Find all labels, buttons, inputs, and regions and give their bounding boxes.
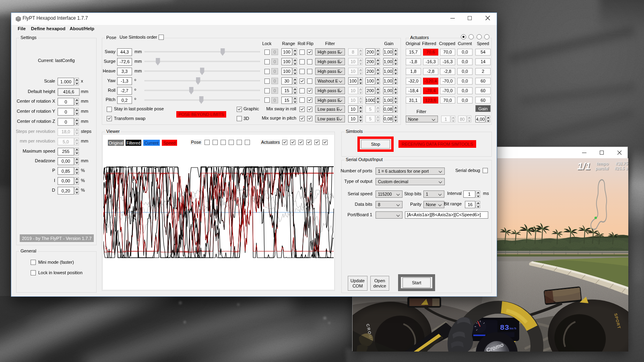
- svg-text:83: 83: [500, 323, 509, 332]
- svg-text:km/h: km/h: [510, 327, 516, 330]
